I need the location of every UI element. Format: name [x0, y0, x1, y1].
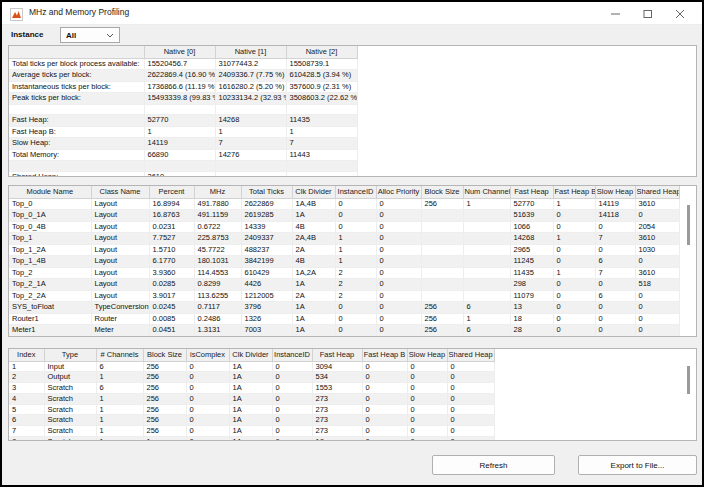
table-row[interactable]: 6Scratch125601A0273000 [9, 415, 494, 426]
instance-select[interactable]: All [60, 27, 120, 43]
table-cell: 1A [229, 393, 272, 404]
table-cell: 1 [335, 244, 376, 256]
table-row[interactable]: 7Scratch125601A0273000 [9, 426, 494, 437]
table-cell: Scratch [44, 383, 96, 394]
table-cell: 0.6121 [194, 336, 241, 337]
table-cell: 1A,2A [292, 267, 335, 279]
table-row[interactable]: Meter1Meter0.04511.313170031A00256628000 [9, 325, 679, 337]
buffer-panel: IndexType# ChannelsBlock SizeisComplexCl… [8, 348, 697, 441]
scrollbar-thumb[interactable] [687, 366, 690, 394]
table-row[interactable]: Top_2_1ALayout0.02850.829944261A20298005… [9, 279, 679, 291]
table-cell: 0 [362, 404, 407, 415]
table-row[interactable]: Top_2_2ALayout3.9017113.625512120052A201… [9, 290, 679, 302]
table-cell: 1 [463, 198, 510, 210]
maximize-button[interactable] [632, 2, 664, 25]
table-row[interactable]: Top_0Layout16.8994491.788026228691A,4B00… [9, 198, 679, 210]
table-cell: 1 [96, 426, 143, 437]
table-row[interactable]: Fast Heap:527701426811435 [9, 115, 357, 127]
table-row[interactable]: Total Memory:668901427611443 [9, 149, 357, 161]
table-cell: 0 [272, 415, 312, 426]
table-cell: 4B [292, 256, 335, 268]
table-row[interactable]: Top_0_4BLayout0.02310.6722143394B0010660… [9, 221, 679, 233]
table-cell: 488237 [241, 244, 292, 256]
table-cell: 273 [312, 393, 362, 404]
table-row[interactable]: Router1Router0.00850.248613261A002561180… [9, 313, 679, 325]
table-cell: 518 [635, 279, 679, 291]
table-cell: Slow Heap: [9, 138, 144, 150]
table-cell: 1 [143, 437, 186, 441]
table-row[interactable] [9, 104, 357, 115]
table-cell: 2A,4B [292, 233, 335, 245]
table-row[interactable]: 2Output125601A0534000 [9, 372, 494, 383]
table-cell: 0 [335, 313, 376, 325]
column-header: Shared Heap [635, 186, 679, 198]
table-cell: 256 [143, 361, 186, 372]
table-cell: 14118 [595, 210, 635, 222]
table-row[interactable]: Top_0_1ALayout16.8763491.115926192851A00… [9, 210, 679, 222]
refresh-button[interactable]: Refresh [432, 455, 555, 475]
table-cell: 14119 [595, 198, 635, 210]
table-row[interactable]: 5Scratch125601A0273000 [9, 404, 494, 415]
export-button[interactable]: Export to File... [578, 455, 697, 475]
table-row[interactable]: Top_1_4BLayout6.1770180.103138421994B101… [9, 256, 679, 268]
table-cell: 0.8299 [194, 279, 241, 291]
table-cell: Layout [91, 256, 149, 268]
table-cell: Layout [91, 279, 149, 291]
table-cell: 0 [376, 302, 421, 314]
table-row[interactable]: Peak ticks per block:15493339.8 (99.83 %… [9, 93, 357, 105]
table-cell: 6 [595, 290, 635, 302]
table-row[interactable]: 8Scratch1101A018000 [9, 437, 494, 441]
table-cell: 52770 [510, 198, 553, 210]
table-cell: 0 [335, 302, 376, 314]
table-cell: 1 [553, 198, 595, 210]
scrollbar-thumb[interactable] [687, 205, 690, 245]
table-cell: 1A [229, 372, 272, 383]
close-icon [675, 9, 685, 19]
table-cell: Scratch [44, 415, 96, 426]
table-cell: 1A [229, 415, 272, 426]
table-cell: 0 [635, 336, 679, 337]
table-row[interactable]: SYS_toFloatTypeConversion0.02450.7117379… [9, 302, 679, 314]
table-cell: 0 [186, 415, 229, 426]
table-cell: 0 [553, 313, 595, 325]
table-cell: 0 [553, 244, 595, 256]
table-row[interactable]: Slow Heap:1411977 [9, 138, 357, 150]
column-header: Total Ticks [241, 186, 292, 198]
table-row[interactable]: Top_2Layout3.9360114.45536104291A,2A2011… [9, 267, 679, 279]
minimize-button[interactable] [600, 2, 632, 25]
table-cell: Top_2 [9, 267, 91, 279]
table-row[interactable]: White1WhiteNoise0.02100.612132651A002561… [9, 336, 679, 337]
table-row[interactable]: 3Scratch625601A01553000 [9, 383, 494, 394]
table-cell: 0 [553, 221, 595, 233]
table-cell: 11443 [286, 149, 357, 161]
table-row[interactable]: Top_1_2ALayout1.571045.77224882372A10296… [9, 244, 679, 256]
table-row[interactable]: Fast Heap B:111 [9, 126, 357, 138]
table-row[interactable]: Total ticks per block process available:… [9, 58, 357, 70]
table-cell: 0 [447, 361, 494, 372]
table-row[interactable]: Instantaneous ticks per block:1736866.6 … [9, 81, 357, 93]
table-cell: 1A [229, 404, 272, 415]
table-cell: 0 [635, 313, 679, 325]
table-cell: 357600.9 (2.31 %) [286, 81, 357, 93]
table-row[interactable]: 1Input625601A03094000 [9, 361, 494, 372]
table-cell: 0 [362, 437, 407, 441]
table-row[interactable] [9, 161, 357, 172]
table-row[interactable]: Average ticks per block:2622869.4 (16.90… [9, 70, 357, 82]
table-cell: 0 [595, 325, 635, 337]
close-button[interactable] [664, 2, 696, 25]
column-header: Slow Heap [407, 349, 447, 361]
table-cell: 0 [272, 426, 312, 437]
table-cell: 7.7527 [149, 233, 194, 245]
vertical-scrollbar[interactable] [682, 362, 695, 439]
table-cell [144, 161, 215, 172]
table-cell: Scratch [44, 437, 96, 441]
table-row[interactable]: 4Scratch125601A0273000 [9, 393, 494, 404]
table-cell: 15508739.1 [286, 58, 357, 70]
column-header: isComplex [186, 349, 229, 361]
table-cell: 0 [376, 279, 421, 291]
table-row[interactable]: Shared Heap:3610 [9, 171, 357, 177]
vertical-scrollbar[interactable] [682, 199, 695, 335]
table-cell: 1A [292, 279, 335, 291]
table-row[interactable]: Top_1Layout7.7527225.875324093372A,4B101… [9, 233, 679, 245]
table-cell: 1A [229, 383, 272, 394]
